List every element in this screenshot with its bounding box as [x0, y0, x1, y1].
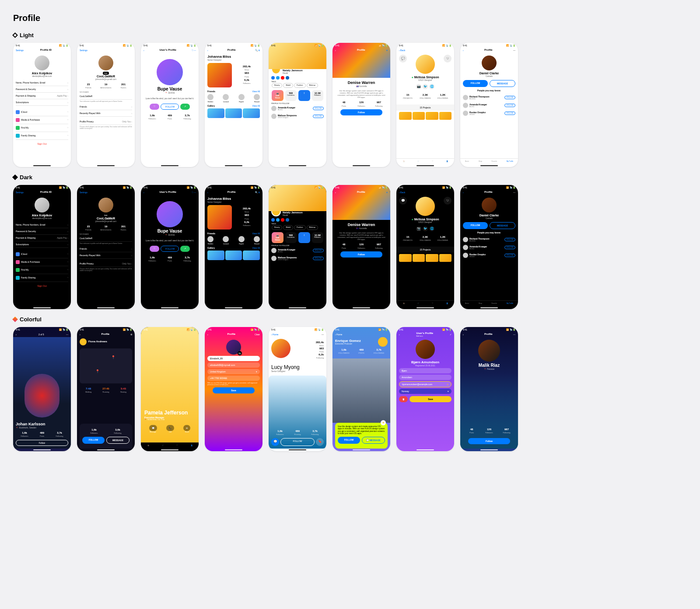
person-row[interactable]: Melissa SimpsonsUI/UX DesignerFOLLOW: [271, 112, 324, 120]
message-icon[interactable]: 💬: [399, 197, 407, 205]
row-subscriptions[interactable]: Subscriptions›: [16, 99, 68, 106]
message-icon[interactable]: 💬: [399, 55, 407, 63]
person-row[interactable]: Amanda KruegerAustriaFOLLOW: [271, 247, 324, 254]
message-button[interactable]: 💬: [149, 425, 157, 431]
back-icon[interactable]: ‹: [335, 191, 336, 194]
message-button[interactable]: MESSAGE: [490, 222, 515, 229]
email-input[interactable]: elizabeth89@mymail.com: [207, 362, 260, 368]
follow-button[interactable]: FOLLOW: [313, 115, 324, 118]
row-password[interactable]: Password & Security›: [16, 228, 68, 235]
gallery[interactable]: [207, 108, 260, 118]
row-icloud[interactable]: iCloud›: [16, 108, 68, 116]
profile-photo[interactable]: [207, 63, 232, 87]
back-button[interactable]: Settings: [80, 191, 88, 194]
message-button[interactable]: MESSAGE: [490, 80, 515, 87]
back-icon[interactable]: ‹: [463, 191, 464, 194]
heart-icon[interactable]: ♡: [444, 55, 452, 63]
more-icon[interactable]: ⋯: [513, 49, 515, 52]
back-icon[interactable]: ‹: [144, 49, 144, 52]
row-privacy[interactable]: Profile PrivacyOnly You ›: [80, 261, 132, 267]
back-button[interactable]: ‹ Back: [399, 49, 405, 52]
row-friends[interactable]: Friends›: [80, 104, 132, 110]
row-recent[interactable]: Recently Played With›: [80, 110, 132, 117]
signout-button[interactable]: Sign Out: [16, 140, 68, 148]
back-icon[interactable]: ‹: [463, 333, 464, 336]
search-icon[interactable]: 🔍 ⚙: [255, 191, 260, 194]
row-subscriptions[interactable]: Subscriptions›: [16, 241, 68, 248]
avatar[interactable]: [98, 198, 113, 212]
check-icon[interactable]: ✓: [450, 333, 452, 336]
follow-button[interactable]: FOLLOW: [463, 80, 488, 87]
avatar[interactable]: [478, 340, 500, 362]
message-button[interactable]: 💬 MESSAGE: [362, 437, 385, 444]
avatar[interactable]: [271, 211, 281, 216]
viewall-button[interactable]: View All: [252, 232, 260, 235]
row-password[interactable]: Password & Security›: [16, 86, 68, 93]
follow-button[interactable]: Follow: [16, 440, 68, 446]
call-button[interactable]: 📞: [166, 425, 174, 431]
avatar[interactable]: [378, 337, 388, 347]
back-button[interactable]: ‹ Home: [271, 333, 278, 336]
more-icon[interactable]: ⋯: [513, 191, 515, 194]
row-payment[interactable]: Payment & ShippingApple Pay ›: [16, 235, 68, 241]
camera-icon[interactable]: 📷: [238, 351, 242, 355]
heart-icon[interactable]: ♡ ⋯: [192, 191, 196, 194]
avatar[interactable]: [98, 56, 113, 70]
follow-button[interactable]: Follow: [340, 251, 382, 258]
follow-button[interactable]: FOLLOW: [161, 246, 179, 252]
bookmark-button[interactable]: 🔖: [316, 438, 324, 446]
email-button[interactable]: ✉: [183, 425, 190, 431]
delete-button[interactable]: 🗑: [399, 396, 408, 402]
follow-button[interactable]: FOLLOW: [313, 257, 324, 260]
person-row[interactable]: Amanda KruegerAustriaFOLLOW: [271, 104, 324, 112]
row-friends[interactable]: Friends›: [80, 246, 132, 252]
edit-button[interactable]: Edit: [103, 72, 109, 75]
follow-button[interactable]: FOLLOW: [313, 249, 324, 252]
follow-button[interactable]: FOLLOW: [338, 437, 360, 444]
like-button[interactable]: ♡: [150, 246, 159, 252]
profile-photo[interactable]: [207, 205, 232, 230]
gallery[interactable]: [207, 251, 260, 260]
avatar[interactable]: [271, 339, 290, 358]
back-button[interactable]: Settings: [16, 191, 24, 194]
avatar[interactable]: [35, 56, 49, 70]
row-media[interactable]: Media & Purchases›: [16, 116, 68, 124]
back-icon[interactable]: ‹: [463, 49, 464, 52]
more-icon[interactable]: ⋯: [513, 333, 515, 336]
back-icon[interactable]: ‹: [80, 333, 80, 336]
chat-button[interactable]: 💬: [271, 438, 279, 446]
row-findmy[interactable]: Find My›: [16, 124, 68, 132]
follow-button[interactable]: Follow: [468, 438, 510, 444]
row-family[interactable]: Family Sharing›: [16, 132, 68, 140]
country-input[interactable]: United Kingdom ▾: [207, 369, 260, 374]
edit-button[interactable]: Edit: [103, 214, 109, 217]
phone-input[interactable]: +44 7700 900466: [207, 376, 260, 381]
back-button[interactable]: ‹ Back: [399, 191, 405, 194]
row-name-phone[interactable]: Name, Phone Numbers, Email›: [16, 222, 68, 228]
heart-icon[interactable]: ♥: [386, 191, 388, 194]
clear-button[interactable]: Clear: [255, 333, 260, 336]
email-input[interactable]: bjornamundsen@example.com ⚠: [399, 381, 452, 387]
back-icon[interactable]: ‹: [399, 333, 400, 336]
country-input[interactable]: Norway ▾: [399, 389, 452, 394]
row-findmy[interactable]: Find My›: [16, 266, 68, 274]
avatar[interactable]: [416, 197, 435, 216]
back-icon[interactable]: ‹: [335, 49, 336, 52]
row-media[interactable]: Media & Purchases›: [16, 258, 68, 266]
avatar[interactable]: [482, 56, 497, 70]
avatar[interactable]: [482, 198, 497, 212]
back-icon[interactable]: ‹: [144, 191, 144, 194]
avatar[interactable]: [157, 59, 183, 85]
follow-button[interactable]: FOLLOW: [161, 104, 179, 110]
heart-icon[interactable]: ♡ ⋯: [192, 49, 196, 52]
save-button[interactable]: Save: [410, 396, 452, 402]
avatar[interactable]: 📷: [226, 340, 241, 355]
back-icon[interactable]: ‹: [207, 49, 208, 52]
avatar[interactable]: [35, 198, 49, 212]
back-button[interactable]: Settings: [80, 49, 88, 52]
viewall-button[interactable]: View All: [252, 90, 260, 93]
signout-button[interactable]: Sign Out: [16, 282, 68, 290]
follow-button[interactable]: FOLLOW: [280, 438, 315, 446]
message-button[interactable]: MESSAGE: [106, 437, 130, 444]
row-recent[interactable]: Recently Played With›: [80, 252, 132, 259]
